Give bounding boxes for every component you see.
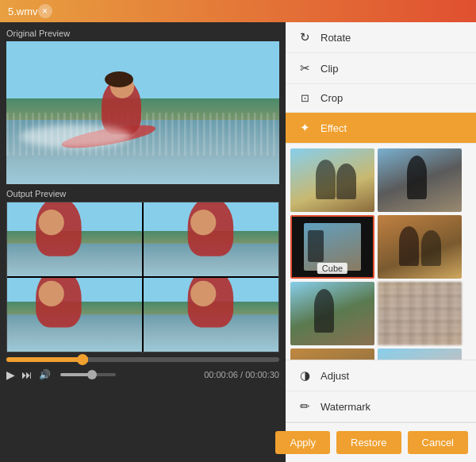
play-button[interactable]: ▶: [6, 368, 15, 381]
tool-effect[interactable]: ✦ Effect: [286, 113, 476, 144]
output-preview: [6, 202, 279, 352]
cube-label: Cube: [317, 263, 347, 274]
original-preview-label: Original Preview: [6, 29, 279, 38]
rotate-icon: ↻: [297, 30, 313, 44]
bottom-buttons: Apply Restore Cancel: [286, 422, 476, 462]
effect-row-1: Cube: [290, 215, 471, 279]
effect-icon: ✦: [297, 121, 313, 135]
output-q3: [7, 278, 142, 352]
cancel-button[interactable]: Cancel: [408, 431, 468, 454]
tool-adjust[interactable]: ◑ Adjust: [286, 360, 476, 391]
effect-thumb-4[interactable]: [378, 215, 462, 279]
tool-crop[interactable]: ⊡ Crop: [286, 84, 476, 113]
skip-forward-button[interactable]: ⏭: [21, 368, 33, 381]
seek-bar-container[interactable]: [6, 352, 279, 365]
output-q2: [144, 202, 278, 276]
effect-thumb-8[interactable]: [378, 348, 462, 360]
original-preview: [6, 41, 279, 184]
tool-watermark[interactable]: ✏ Watermark: [286, 391, 476, 422]
tool-clip[interactable]: ✂ Clip: [286, 53, 476, 84]
left-panel: Original Preview Output Preview: [0, 22, 286, 462]
effect-row-0: [290, 148, 471, 212]
right-panel: ↻ Rotate ✂ Clip ⊡ Crop ✦ Effect: [286, 22, 476, 462]
restore-button[interactable]: Restore: [336, 431, 401, 454]
title: 5.wmv: [8, 6, 38, 17]
effect-grid: Cube: [286, 144, 476, 360]
tool-crop-label: Crop: [321, 92, 343, 104]
effect-row-3: [290, 348, 471, 360]
tool-rotate-label: Rotate: [321, 32, 351, 44]
effect-thumb-2[interactable]: [378, 148, 462, 212]
output-preview-label: Output Preview: [6, 189, 279, 198]
effect-thumb-7[interactable]: [290, 348, 374, 360]
output-q1: [7, 202, 142, 276]
watermark-icon: ✏: [297, 399, 313, 414]
effect-row-2: [290, 282, 471, 345]
clip-icon: ✂: [297, 61, 313, 75]
effect-thumb-1[interactable]: [290, 148, 374, 212]
seek-bar[interactable]: [6, 357, 279, 362]
time-display: 00:00:06 / 00:00:30: [204, 370, 279, 379]
titlebar: 5.wmv ×: [0, 0, 476, 22]
effect-thumb-5[interactable]: [290, 282, 374, 345]
main-layout: Original Preview Output Preview: [0, 22, 476, 462]
playback-controls: ▶ ⏭ 🔊 00:00:06 / 00:00:30: [6, 365, 279, 384]
crop-icon: ⊡: [297, 92, 313, 104]
volume-slider[interactable]: [60, 373, 116, 376]
output-q4: [144, 278, 278, 352]
mute-icon[interactable]: 🔊: [39, 369, 51, 380]
volume-thumb: [87, 370, 97, 379]
tool-adjust-label: Adjust: [321, 370, 349, 382]
tool-effect-label: Effect: [321, 122, 347, 134]
apply-button[interactable]: Apply: [275, 431, 330, 454]
adjust-icon: ◑: [297, 368, 313, 383]
tool-rotate[interactable]: ↻ Rotate: [286, 22, 476, 53]
close-button[interactable]: ×: [38, 4, 52, 18]
tool-clip-label: Clip: [321, 63, 338, 75]
seek-thumb[interactable]: [77, 354, 88, 365]
effect-thumb-cube[interactable]: Cube: [290, 215, 374, 279]
effect-thumb-6[interactable]: [378, 282, 462, 345]
tool-watermark-label: Watermark: [321, 401, 370, 413]
